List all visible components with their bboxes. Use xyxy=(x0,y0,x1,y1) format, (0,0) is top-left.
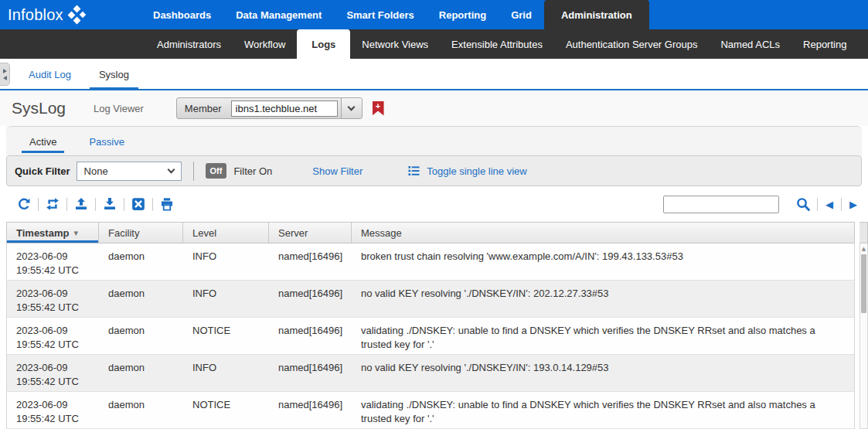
scroll-up-button[interactable]: ▲ xyxy=(860,243,867,254)
grid-scrollbar: ▲ xyxy=(859,222,868,429)
collapse-left-arrow-icon xyxy=(3,76,7,80)
show-filter-link[interactable]: Show Filter xyxy=(312,165,363,177)
clear-button[interactable] xyxy=(124,197,152,211)
cell-facility: daemon xyxy=(99,318,183,354)
cell-message: validating ./DNSKEY: unable to find a DN… xyxy=(352,392,854,428)
member-label: Member xyxy=(185,103,222,114)
column-header-level[interactable]: Level xyxy=(183,223,269,243)
scrollbar-thumb[interactable] xyxy=(861,254,866,313)
chevron-down-icon xyxy=(348,104,356,111)
cell-level: NOTICE xyxy=(183,318,269,354)
top-nav-item-grid[interactable]: Grid xyxy=(499,0,544,29)
search-button[interactable] xyxy=(789,197,817,211)
tab-audit-log[interactable]: Audit Log xyxy=(19,69,80,89)
sub-nav-item-administrators[interactable]: Administrators xyxy=(145,29,233,59)
expand-right-arrow-icon xyxy=(3,69,7,73)
cell-timestamp: 2023-06-09 19:55:42 UTC xyxy=(7,355,99,391)
table-row[interactable]: 2023-06-09 19:55:42 UTC daemon NOTICE na… xyxy=(7,392,854,429)
plus-glyph: + xyxy=(376,101,380,116)
tab-syslog[interactable]: Syslog xyxy=(90,69,138,89)
page-title: SysLog xyxy=(12,99,66,117)
cell-message: no valid KEY resolving './DNSKEY/IN': 19… xyxy=(352,355,854,391)
cell-facility: daemon xyxy=(99,392,183,428)
next-page-button[interactable]: ▶ xyxy=(842,199,865,210)
search-icon xyxy=(796,197,810,211)
list-icon xyxy=(407,165,420,177)
toggle-single-line-label: Toggle single line view xyxy=(427,165,526,177)
quick-filter-label: Quick Filter xyxy=(15,165,70,177)
sub-nav-item-reporting[interactable]: Reporting xyxy=(791,29,858,59)
quick-filter-select[interactable]: None xyxy=(77,162,182,181)
column-header-facility[interactable]: Facility xyxy=(99,223,183,243)
cell-facility: daemon xyxy=(99,243,183,280)
tab-passive[interactable]: Passive xyxy=(81,136,132,155)
page-header: SysLog Log Viewer Member + xyxy=(0,90,868,126)
cell-facility: daemon xyxy=(99,281,183,317)
divider xyxy=(193,162,194,181)
cell-server: named[16496] xyxy=(269,318,352,354)
infoblox-diamond-icon xyxy=(69,6,86,23)
sub-nav-item-named-acls[interactable]: Named ACLs xyxy=(709,29,791,59)
grid-toolbar: ◀ ▶ xyxy=(0,186,868,222)
add-bookmark-icon[interactable]: + xyxy=(373,101,384,116)
table-row[interactable]: 2023-06-09 19:55:42 UTC daemon NOTICE na… xyxy=(7,318,854,355)
top-nav-item-administration[interactable]: Administration xyxy=(544,0,649,29)
cell-timestamp: 2023-06-09 19:55:42 UTC xyxy=(7,392,99,428)
quick-filter-bar: Quick Filter None Off Filter On Show Fil… xyxy=(6,155,862,186)
cell-server: named[16496] xyxy=(269,243,352,280)
top-nav: Dashboards Data Management Smart Folders… xyxy=(141,0,649,29)
column-header-server[interactable]: Server xyxy=(269,223,352,243)
clear-x-icon xyxy=(131,197,145,211)
top-nav-item-smart-folders[interactable]: Smart Folders xyxy=(334,0,426,29)
log-tab-strip: Audit Log Syslog xyxy=(0,59,868,90)
cell-level: INFO xyxy=(183,355,269,391)
top-nav-item-reporting[interactable]: Reporting xyxy=(427,0,499,29)
admin-sub-nav: Administrators Workflow Logs Network Vie… xyxy=(0,29,868,59)
top-bar: Infoblox Dashboards Data Management Smar… xyxy=(0,0,868,29)
upload-button[interactable] xyxy=(67,197,95,211)
sub-nav-item-network-views[interactable]: Network Views xyxy=(350,29,440,59)
column-header-timestamp[interactable]: Timestamp ▾ xyxy=(7,223,99,243)
toggle-single-line-link[interactable]: Toggle single line view xyxy=(407,165,526,177)
cell-level: INFO xyxy=(183,281,269,317)
tab-active[interactable]: Active xyxy=(22,136,64,155)
cell-level: NOTICE xyxy=(183,392,269,428)
cell-timestamp: 2023-06-09 19:55:42 UTC xyxy=(7,318,99,354)
table-row[interactable]: 2023-06-09 19:55:42 UTC daemon INFO name… xyxy=(7,355,854,392)
cell-facility: daemon xyxy=(99,355,183,391)
top-nav-item-data-management[interactable]: Data Management xyxy=(223,0,334,29)
top-nav-item-dashboards[interactable]: Dashboards xyxy=(141,0,223,29)
panel-toggle-handle[interactable] xyxy=(0,63,10,86)
member-dropdown-button[interactable] xyxy=(341,98,362,118)
sub-nav-item-authentication-server-groups[interactable]: Authentication Server Groups xyxy=(554,29,710,59)
scrollbar-track[interactable]: ▲ xyxy=(859,243,868,429)
table-row[interactable]: 2023-06-09 19:55:42 UTC daemon INFO name… xyxy=(7,243,854,281)
download-button[interactable] xyxy=(96,197,124,211)
refresh-icon xyxy=(17,197,31,211)
table-row[interactable]: 2023-06-09 19:55:42 UTC daemon INFO name… xyxy=(7,281,854,318)
prev-page-button[interactable]: ◀ xyxy=(818,199,841,210)
search-input[interactable] xyxy=(663,196,779,213)
left-arrow-icon: ◀ xyxy=(825,199,833,210)
cell-server: named[16496] xyxy=(269,355,352,391)
print-button[interactable] xyxy=(153,197,181,211)
right-arrow-icon: ▶ xyxy=(849,199,857,210)
sub-nav-item-logs[interactable]: Logs xyxy=(297,29,350,59)
member-selector: Member xyxy=(176,97,363,119)
column-header-message[interactable]: Message xyxy=(352,223,854,243)
filter-toggle-off-button[interactable]: Off xyxy=(206,163,227,179)
replay-icon xyxy=(46,197,60,211)
infoblox-logo-text: Infoblox xyxy=(8,6,63,24)
upload-icon xyxy=(74,197,88,211)
cell-timestamp: 2023-06-09 19:55:42 UTC xyxy=(7,243,99,280)
member-input[interactable] xyxy=(231,100,338,117)
cell-timestamp: 2023-06-09 19:55:42 UTC xyxy=(7,281,99,317)
chevron-down-icon xyxy=(167,166,175,174)
sub-nav-item-workflow[interactable]: Workflow xyxy=(233,29,297,59)
cell-message: broken trust chain resolving 'www.exampl… xyxy=(352,243,854,280)
cell-level: INFO xyxy=(183,243,269,280)
replay-button[interactable] xyxy=(39,197,66,211)
scrollbar-corner xyxy=(859,222,868,243)
sub-nav-item-extensible-attributes[interactable]: Extensible Attributes xyxy=(440,29,554,59)
refresh-button[interactable] xyxy=(10,197,38,211)
